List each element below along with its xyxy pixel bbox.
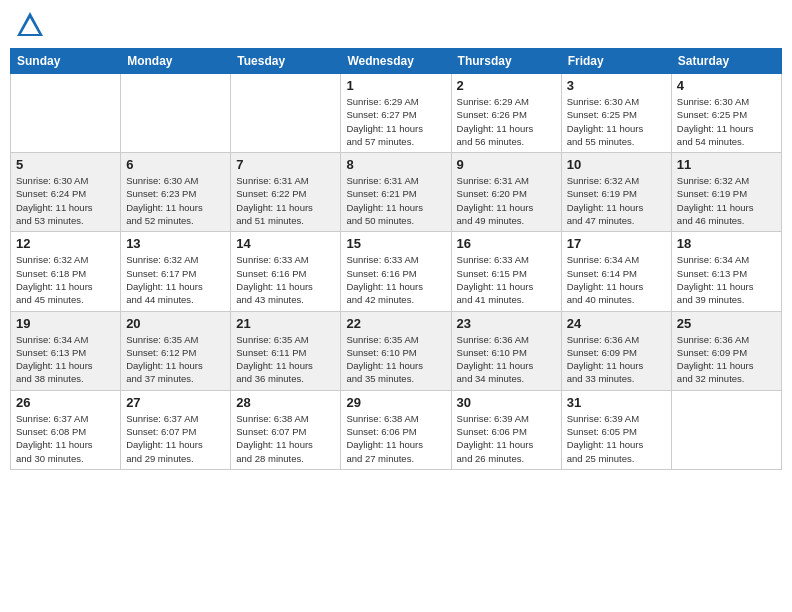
day-info: Sunrise: 6:30 AM Sunset: 6:25 PM Dayligh… — [567, 95, 666, 148]
day-number: 13 — [126, 236, 225, 251]
calendar-day-25: 25Sunrise: 6:36 AM Sunset: 6:09 PM Dayli… — [671, 311, 781, 390]
calendar-day-13: 13Sunrise: 6:32 AM Sunset: 6:17 PM Dayli… — [121, 232, 231, 311]
page: SundayMondayTuesdayWednesdayThursdayFrid… — [0, 0, 792, 612]
calendar-week-5: 26Sunrise: 6:37 AM Sunset: 6:08 PM Dayli… — [11, 390, 782, 469]
day-number: 21 — [236, 316, 335, 331]
calendar-day-8: 8Sunrise: 6:31 AM Sunset: 6:21 PM Daylig… — [341, 153, 451, 232]
calendar-day-24: 24Sunrise: 6:36 AM Sunset: 6:09 PM Dayli… — [561, 311, 671, 390]
day-number: 27 — [126, 395, 225, 410]
day-number: 12 — [16, 236, 115, 251]
day-number: 28 — [236, 395, 335, 410]
day-number: 18 — [677, 236, 776, 251]
day-info: Sunrise: 6:38 AM Sunset: 6:06 PM Dayligh… — [346, 412, 445, 465]
day-info: Sunrise: 6:35 AM Sunset: 6:11 PM Dayligh… — [236, 333, 335, 386]
day-number: 8 — [346, 157, 445, 172]
day-info: Sunrise: 6:35 AM Sunset: 6:12 PM Dayligh… — [126, 333, 225, 386]
calendar-day-3: 3Sunrise: 6:30 AM Sunset: 6:25 PM Daylig… — [561, 74, 671, 153]
calendar-day-1: 1Sunrise: 6:29 AM Sunset: 6:27 PM Daylig… — [341, 74, 451, 153]
logo — [15, 10, 49, 40]
calendar-day-4: 4Sunrise: 6:30 AM Sunset: 6:25 PM Daylig… — [671, 74, 781, 153]
day-info: Sunrise: 6:32 AM Sunset: 6:19 PM Dayligh… — [677, 174, 776, 227]
day-header-thursday: Thursday — [451, 49, 561, 74]
day-info: Sunrise: 6:36 AM Sunset: 6:09 PM Dayligh… — [677, 333, 776, 386]
day-number: 30 — [457, 395, 556, 410]
calendar-day-10: 10Sunrise: 6:32 AM Sunset: 6:19 PM Dayli… — [561, 153, 671, 232]
day-info: Sunrise: 6:38 AM Sunset: 6:07 PM Dayligh… — [236, 412, 335, 465]
calendar-day-22: 22Sunrise: 6:35 AM Sunset: 6:10 PM Dayli… — [341, 311, 451, 390]
day-number: 22 — [346, 316, 445, 331]
day-info: Sunrise: 6:30 AM Sunset: 6:25 PM Dayligh… — [677, 95, 776, 148]
day-number: 16 — [457, 236, 556, 251]
day-header-tuesday: Tuesday — [231, 49, 341, 74]
empty-cell — [231, 74, 341, 153]
calendar-day-28: 28Sunrise: 6:38 AM Sunset: 6:07 PM Dayli… — [231, 390, 341, 469]
calendar-week-3: 12Sunrise: 6:32 AM Sunset: 6:18 PM Dayli… — [11, 232, 782, 311]
day-info: Sunrise: 6:33 AM Sunset: 6:15 PM Dayligh… — [457, 253, 556, 306]
calendar-day-12: 12Sunrise: 6:32 AM Sunset: 6:18 PM Dayli… — [11, 232, 121, 311]
day-info: Sunrise: 6:29 AM Sunset: 6:27 PM Dayligh… — [346, 95, 445, 148]
calendar-day-27: 27Sunrise: 6:37 AM Sunset: 6:07 PM Dayli… — [121, 390, 231, 469]
day-header-monday: Monday — [121, 49, 231, 74]
calendar-day-19: 19Sunrise: 6:34 AM Sunset: 6:13 PM Dayli… — [11, 311, 121, 390]
calendar-day-29: 29Sunrise: 6:38 AM Sunset: 6:06 PM Dayli… — [341, 390, 451, 469]
day-info: Sunrise: 6:36 AM Sunset: 6:09 PM Dayligh… — [567, 333, 666, 386]
calendar-day-23: 23Sunrise: 6:36 AM Sunset: 6:10 PM Dayli… — [451, 311, 561, 390]
day-number: 1 — [346, 78, 445, 93]
calendar-week-1: 1Sunrise: 6:29 AM Sunset: 6:27 PM Daylig… — [11, 74, 782, 153]
calendar-body: 1Sunrise: 6:29 AM Sunset: 6:27 PM Daylig… — [11, 74, 782, 470]
day-info: Sunrise: 6:39 AM Sunset: 6:05 PM Dayligh… — [567, 412, 666, 465]
empty-cell — [121, 74, 231, 153]
logo-icon — [15, 10, 45, 40]
day-info: Sunrise: 6:33 AM Sunset: 6:16 PM Dayligh… — [236, 253, 335, 306]
empty-cell — [11, 74, 121, 153]
calendar-day-9: 9Sunrise: 6:31 AM Sunset: 6:20 PM Daylig… — [451, 153, 561, 232]
calendar-day-5: 5Sunrise: 6:30 AM Sunset: 6:24 PM Daylig… — [11, 153, 121, 232]
day-header-sunday: Sunday — [11, 49, 121, 74]
day-info: Sunrise: 6:32 AM Sunset: 6:18 PM Dayligh… — [16, 253, 115, 306]
calendar-day-30: 30Sunrise: 6:39 AM Sunset: 6:06 PM Dayli… — [451, 390, 561, 469]
day-info: Sunrise: 6:29 AM Sunset: 6:26 PM Dayligh… — [457, 95, 556, 148]
day-number: 10 — [567, 157, 666, 172]
day-info: Sunrise: 6:37 AM Sunset: 6:08 PM Dayligh… — [16, 412, 115, 465]
day-info: Sunrise: 6:32 AM Sunset: 6:19 PM Dayligh… — [567, 174, 666, 227]
day-number: 7 — [236, 157, 335, 172]
day-info: Sunrise: 6:34 AM Sunset: 6:13 PM Dayligh… — [16, 333, 115, 386]
day-number: 11 — [677, 157, 776, 172]
day-number: 19 — [16, 316, 115, 331]
day-number: 20 — [126, 316, 225, 331]
calendar-day-2: 2Sunrise: 6:29 AM Sunset: 6:26 PM Daylig… — [451, 74, 561, 153]
day-info: Sunrise: 6:36 AM Sunset: 6:10 PM Dayligh… — [457, 333, 556, 386]
day-info: Sunrise: 6:31 AM Sunset: 6:21 PM Dayligh… — [346, 174, 445, 227]
calendar-day-20: 20Sunrise: 6:35 AM Sunset: 6:12 PM Dayli… — [121, 311, 231, 390]
day-info: Sunrise: 6:35 AM Sunset: 6:10 PM Dayligh… — [346, 333, 445, 386]
day-info: Sunrise: 6:34 AM Sunset: 6:14 PM Dayligh… — [567, 253, 666, 306]
day-info: Sunrise: 6:37 AM Sunset: 6:07 PM Dayligh… — [126, 412, 225, 465]
day-number: 31 — [567, 395, 666, 410]
day-info: Sunrise: 6:31 AM Sunset: 6:20 PM Dayligh… — [457, 174, 556, 227]
day-number: 26 — [16, 395, 115, 410]
day-number: 17 — [567, 236, 666, 251]
calendar-day-31: 31Sunrise: 6:39 AM Sunset: 6:05 PM Dayli… — [561, 390, 671, 469]
day-info: Sunrise: 6:33 AM Sunset: 6:16 PM Dayligh… — [346, 253, 445, 306]
calendar-day-18: 18Sunrise: 6:34 AM Sunset: 6:13 PM Dayli… — [671, 232, 781, 311]
day-number: 29 — [346, 395, 445, 410]
empty-cell — [671, 390, 781, 469]
calendar-day-16: 16Sunrise: 6:33 AM Sunset: 6:15 PM Dayli… — [451, 232, 561, 311]
calendar-week-2: 5Sunrise: 6:30 AM Sunset: 6:24 PM Daylig… — [11, 153, 782, 232]
calendar-day-11: 11Sunrise: 6:32 AM Sunset: 6:19 PM Dayli… — [671, 153, 781, 232]
calendar-day-17: 17Sunrise: 6:34 AM Sunset: 6:14 PM Dayli… — [561, 232, 671, 311]
calendar-day-6: 6Sunrise: 6:30 AM Sunset: 6:23 PM Daylig… — [121, 153, 231, 232]
day-number: 2 — [457, 78, 556, 93]
calendar-week-4: 19Sunrise: 6:34 AM Sunset: 6:13 PM Dayli… — [11, 311, 782, 390]
day-header-wednesday: Wednesday — [341, 49, 451, 74]
day-info: Sunrise: 6:32 AM Sunset: 6:17 PM Dayligh… — [126, 253, 225, 306]
day-number: 6 — [126, 157, 225, 172]
header — [10, 10, 782, 40]
day-number: 14 — [236, 236, 335, 251]
day-header-row: SundayMondayTuesdayWednesdayThursdayFrid… — [11, 49, 782, 74]
calendar-day-7: 7Sunrise: 6:31 AM Sunset: 6:22 PM Daylig… — [231, 153, 341, 232]
day-number: 9 — [457, 157, 556, 172]
day-number: 4 — [677, 78, 776, 93]
day-header-saturday: Saturday — [671, 49, 781, 74]
day-number: 3 — [567, 78, 666, 93]
